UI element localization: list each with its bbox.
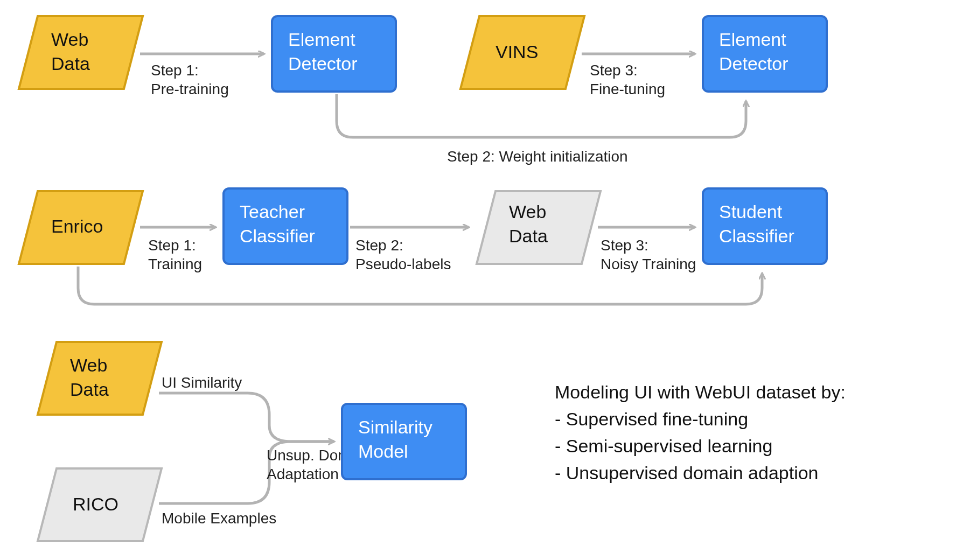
node-student-classifier: Student Classifier (703, 188, 827, 264)
node-student-l1: Student (719, 201, 783, 222)
edge-row3-bot-label: Mobile Examples (162, 510, 276, 527)
edge-row3-top (159, 393, 334, 442)
node-web-data-grey: Web Data (477, 191, 601, 264)
node-enrico-label: Enrico (51, 216, 103, 236)
edge-row2-step1-l1: Step 1: (148, 237, 196, 254)
node-rico-label: RICO (73, 494, 118, 514)
node-student-l2: Classifier (719, 226, 794, 246)
node-web-data-3-l1: Web (70, 355, 107, 375)
node-similarity-model: Similarity Model (342, 404, 466, 479)
edge-row1-step3-l2: Fine-tuning (590, 81, 665, 97)
edge-row2-step1-l2: Training (148, 256, 202, 272)
legend-title: Modeling UI with WebUI dataset by: (555, 382, 846, 402)
edge-row2-step2-l2: Pseudo-labels (355, 256, 451, 272)
node-web-data-grey-l1: Web (509, 201, 546, 222)
node-rico: RICO (38, 468, 162, 541)
node-teacher-classifier: Teacher Classifier (224, 188, 347, 264)
edge-row2-step3-l1: Step 3: (601, 237, 648, 254)
node-vins: VINS (460, 16, 584, 89)
legend-item-1: - Supervised fine-tuning (555, 409, 748, 429)
node-element-detector-1: Element Detector (272, 16, 396, 92)
edge-row1-step1-l2: Pre-training (151, 81, 229, 97)
edge-row3-top-label: UI Similarity (162, 374, 242, 391)
legend-item-3: - Unsupervised domain adaption (555, 463, 819, 483)
node-element-detector-2-l2: Detector (719, 53, 788, 74)
edge-row1-step1-l1: Step 1: (151, 62, 199, 79)
legend-item-2: - Semi-supervised learning (555, 436, 772, 456)
node-web-data-1-l2: Data (51, 53, 90, 74)
edge-row1-step2-label: Step 2: Weight initialization (447, 148, 628, 165)
legend: Modeling UI with WebUI dataset by: - Sup… (555, 382, 846, 483)
node-web-data-grey-l2: Data (509, 226, 548, 246)
edge-row1-step3-l1: Step 3: (590, 62, 638, 79)
edge-row3-mid-l2: Adaptation (267, 466, 339, 482)
node-similarity-l2: Model (358, 441, 408, 461)
node-enrico: Enrico (19, 191, 143, 264)
modeling-ui-diagram: Web Data Step 1: Pre-training Element De… (0, 0, 956, 560)
node-element-detector-2-l1: Element (719, 29, 786, 50)
node-similarity-l1: Similarity (358, 417, 432, 437)
node-web-data-3: Web Data (38, 342, 162, 415)
edge-row2-step2-l1: Step 2: (355, 237, 403, 254)
node-element-detector-2: Element Detector (703, 16, 827, 92)
edge-row2-step3-l2: Noisy Training (601, 256, 696, 272)
edge-row1-step2 (337, 94, 746, 137)
node-teacher-l1: Teacher (240, 201, 305, 222)
node-vins-label: VINS (496, 41, 538, 62)
node-web-data-3-l2: Data (70, 379, 109, 400)
node-web-data-1-l1: Web (51, 29, 88, 50)
node-element-detector-1-l1: Element (288, 29, 355, 50)
node-teacher-l2: Classifier (240, 226, 315, 246)
node-element-detector-1-l2: Detector (288, 53, 358, 74)
node-web-data-1: Web Data (19, 16, 143, 89)
